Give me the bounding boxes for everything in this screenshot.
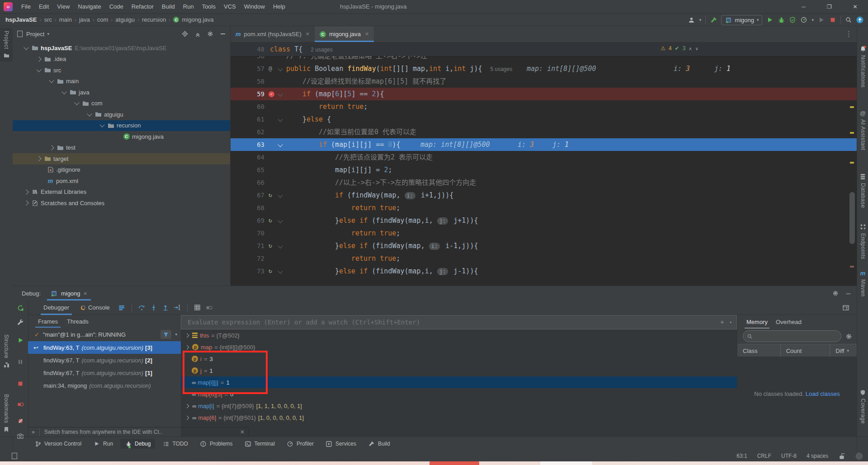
chevron-right-icon[interactable] xyxy=(185,415,189,420)
code-line-64[interactable]: 64//先把该点设置为2 表示可以走 xyxy=(231,151,857,164)
close-icon[interactable]: ✕ xyxy=(240,429,245,435)
menu-file[interactable]: File xyxy=(17,0,35,14)
breadcrumb-item-hspJavaSE[interactable]: hspJavaSE xyxy=(5,16,37,23)
step-into-icon[interactable] xyxy=(150,304,157,311)
stripe-button-database[interactable]: Database xyxy=(857,173,868,208)
mute-breakpoints-icon[interactable] xyxy=(17,417,24,424)
chevron-down-icon[interactable]: ▾ xyxy=(175,332,177,337)
debug-icon[interactable] xyxy=(778,16,785,23)
debug-session-tab[interactable]: migong ✕ xyxy=(47,286,91,301)
expand-hint-icon[interactable]: » xyxy=(32,429,35,435)
line-ending[interactable]: CRLF xyxy=(757,453,771,459)
code-line-57[interactable]: 57@public Boolean findWay(int[][] map,in… xyxy=(231,62,857,75)
breadcrumb-item-java[interactable]: java xyxy=(79,16,90,23)
memory-settings-gear-icon[interactable] xyxy=(845,333,852,340)
menu-build[interactable]: Build xyxy=(158,0,179,14)
locate-icon[interactable] xyxy=(181,30,189,38)
code-line-62[interactable]: 62//如果当前位置是0 代表可以走 xyxy=(231,126,857,138)
toolwindow-button-todo[interactable]: TODO xyxy=(158,439,192,449)
breakpoint-icon[interactable]: ✓ xyxy=(269,91,274,97)
error-stripe-mark[interactable] xyxy=(850,162,854,164)
stack-frame-row[interactable]: main:34, migong (com.atguigu.recursion) xyxy=(28,379,181,392)
toolwindow-button-services[interactable]: Services xyxy=(321,439,361,449)
code-line-68[interactable]: 68return true; xyxy=(231,202,857,214)
menu-window[interactable]: Window xyxy=(240,0,269,14)
code-line-59[interactable]: 59✓if (map[6][5] == 2){ xyxy=(231,88,857,100)
code-line-63[interactable]: 63if (map[i][j] == 0){map: int[8][]@500i… xyxy=(231,138,857,151)
menu-vcs[interactable]: VCS xyxy=(220,0,240,14)
code-line-71[interactable]: 71↻}else if (findWay(map, i: i-1,j)){ xyxy=(231,240,857,252)
notifications-indicator-icon[interactable] xyxy=(855,452,863,460)
code-line-67[interactable]: 67↻if (findWay(map, i: i+1,j)){ xyxy=(231,189,857,202)
stripe-button-ai-assistant[interactable]: @AI Assistant xyxy=(857,110,868,150)
breadcrumb-item-atguigu[interactable]: atguigu xyxy=(115,16,135,23)
hide-icon[interactable] xyxy=(219,30,226,38)
code-line-56[interactable]: 56// 7. 先确定老鼠找路策略 上->右->下->左 xyxy=(231,56,857,62)
evaluate-expression-input[interactable]: Evaluate expression (Enter) or add a wat… xyxy=(181,315,737,329)
view-breakpoints-grid-icon[interactable] xyxy=(194,304,201,311)
toolwindow-button-terminal[interactable]: Terminal xyxy=(240,439,279,449)
memory-column-class[interactable]: Class xyxy=(737,344,780,357)
code-line-58[interactable]: 58//设定最终找到坐标是map[6][5] 就不再找了 xyxy=(231,75,857,88)
build-hammer-icon[interactable] xyxy=(710,16,717,23)
breadcrumb-item-main[interactable]: main xyxy=(59,16,72,23)
fold-marker-icon[interactable] xyxy=(278,243,283,248)
tree-item-.idea[interactable]: .idea xyxy=(13,54,230,65)
toolwindow-button-debug[interactable]: Debug xyxy=(120,439,155,449)
unlock-icon[interactable] xyxy=(838,452,845,460)
code-line-73[interactable]: 73↻}else if (findWay(map,i, j: j-1)){ xyxy=(231,265,857,277)
stop-icon[interactable] xyxy=(829,16,836,23)
menu-navigate[interactable]: Navigate xyxy=(74,0,105,14)
update-icon[interactable] xyxy=(856,16,863,23)
fold-marker-icon[interactable] xyxy=(278,117,283,122)
stack-frame-row[interactable]: ↩findWay:63, T (com.atguigu.recursion) [… xyxy=(28,341,181,354)
memory-column-diff[interactable]: Diff▾ xyxy=(830,344,857,357)
editor-tab-migong.java[interactable]: Cmigong.java✕ xyxy=(315,26,374,42)
maximize-button[interactable]: ❐ xyxy=(816,0,842,14)
memory-search-input[interactable] xyxy=(743,330,841,342)
tree-item-hspJavaSE[interactable]: hspJavaSE E:\workplace01\javaSE\hspJavaS… xyxy=(13,42,230,54)
toolwindow-button-build[interactable]: Build xyxy=(363,439,395,449)
editor-scrollbar[interactable] xyxy=(849,192,855,244)
variable-row-mapi[interactable]: ∞map[i] = {int[7]@509} [1, 1, 1, 0, 0, 0… xyxy=(181,400,737,412)
chevron-down-icon[interactable] xyxy=(99,122,104,127)
memory-tab-memory[interactable]: Memory xyxy=(744,315,770,329)
chevron-right-icon[interactable] xyxy=(49,145,54,150)
tree-item-recursion[interactable]: recursion xyxy=(13,120,230,132)
chevron-right-icon[interactable] xyxy=(36,156,41,161)
tree-item-test[interactable]: test xyxy=(13,142,230,154)
menu-help[interactable]: Help xyxy=(269,0,289,14)
thread-selector[interactable]: ✓"main"@1 in g...ain": RUNNING▾ xyxy=(28,328,181,341)
usages-inlay[interactable]: 5 usages xyxy=(491,66,513,72)
load-classes-link[interactable]: Load classes xyxy=(806,390,840,397)
error-stripe-mark[interactable] xyxy=(850,106,854,108)
code-line-72[interactable]: 72return true; xyxy=(231,252,857,265)
fold-marker-icon[interactable] xyxy=(278,142,283,147)
menu-code[interactable]: Code xyxy=(105,0,127,14)
chevron-down-icon[interactable] xyxy=(49,78,54,83)
tool-windows-icon[interactable] xyxy=(11,452,18,460)
fold-marker-icon[interactable] xyxy=(278,193,283,197)
frames-tab-frames[interactable]: Frames xyxy=(34,315,61,328)
menu-tools[interactable]: Tools xyxy=(198,0,220,14)
tree-item-ScratchesandConsoles[interactable]: Scratches and Consoles xyxy=(13,197,230,209)
inspections-widget[interactable]: ⚠4 ✔3 ∧ ∨ xyxy=(660,45,698,52)
view-breakpoints-icon[interactable] xyxy=(17,401,24,408)
run-icon[interactable] xyxy=(766,16,774,23)
breadcrumb-item-src[interactable]: src xyxy=(44,16,52,23)
menu-refactor[interactable]: Refactor xyxy=(127,0,158,14)
chevron-right-icon[interactable] xyxy=(36,56,41,61)
stack-frame-row[interactable]: findWay:67, T (com.atguigu.recursion) [1… xyxy=(28,366,181,379)
chevron-right-icon[interactable] xyxy=(24,189,28,194)
coverage-icon[interactable] xyxy=(789,16,796,23)
filter-funnel-icon[interactable] xyxy=(160,330,171,339)
caret-position[interactable]: 63:1 xyxy=(736,453,747,459)
project-header-title[interactable]: Project xyxy=(26,31,44,38)
close-icon[interactable]: ✕ xyxy=(84,291,87,296)
resume-icon[interactable] xyxy=(17,337,24,344)
profiler-icon[interactable] xyxy=(800,16,807,23)
chevron-down-icon[interactable] xyxy=(74,100,79,105)
chevron-down-icon[interactable] xyxy=(61,89,66,94)
step-over-icon[interactable] xyxy=(138,304,146,311)
tree-item-ExternalLibraries[interactable]: External Libraries xyxy=(13,187,230,198)
